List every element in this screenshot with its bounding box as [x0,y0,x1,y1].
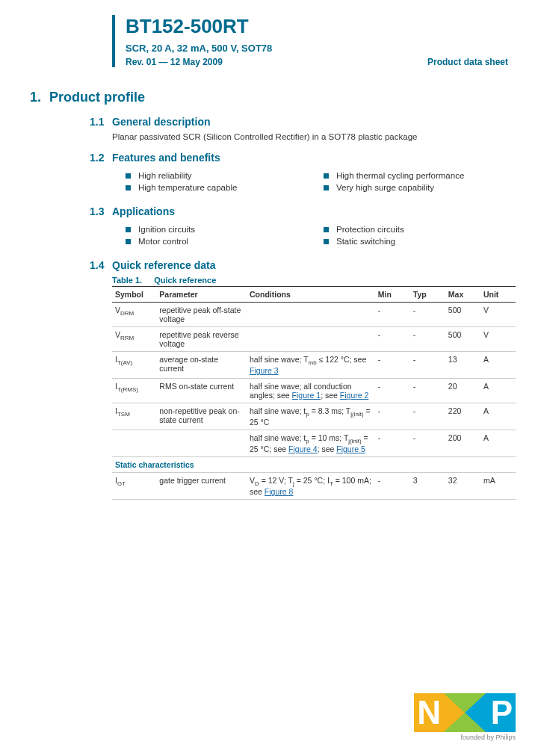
table-row: IT(RMS) RMS on-state current half sine w… [112,379,516,403]
list-item: Ignition circuits [112,225,310,234]
list-item: Motor control [112,237,310,246]
table-caption: Table 1.Quick reference [112,276,508,285]
table-row: VRRM repetitive peak reverse voltage - -… [112,327,516,352]
bullet-square-icon [126,227,131,232]
quick-reference-table: Symbol Parameter Conditions Min Typ Max … [112,286,516,500]
revision-date: Rev. 01 — 12 May 2009 [126,57,223,67]
list-item: Very high surge capability [310,183,508,192]
bullet-square-icon [324,227,329,232]
bullet-square-icon [126,173,131,179]
figure-2-link[interactable]: Figure 2 [340,391,369,400]
bullet-square-icon [126,239,131,244]
bullet-square-icon [324,239,329,244]
logo-x-icon [444,693,486,732]
list-item: High reliability [112,171,310,180]
part-number: BT152-500RT [126,15,508,38]
section-1-4-heading: 1.4Quick reference data [90,259,508,271]
bullet-square-icon [324,173,329,179]
logo-p-icon: P [486,693,516,732]
list-item: High temperature capable [112,183,310,192]
section-1-heading: 1.Product profile [30,90,508,105]
sheet-type: Product data sheet [427,57,508,67]
logo-tagline: founded by Philips [414,734,516,741]
figure-1-link[interactable]: Figure 1 [292,391,321,400]
list-item: High thermal cycling performance [310,171,508,180]
table-section-row: Static characteristics [112,457,516,473]
figure-4-link[interactable]: Figure 4 [288,444,318,453]
list-item: Static switching [310,237,508,246]
figure-8-link[interactable]: Figure 8 [265,487,294,496]
figure-5-link[interactable]: Figure 5 [336,444,365,453]
nxp-logo: N P founded by Philips [414,693,516,741]
section-1-1-heading: 1.1General description [90,116,508,128]
table-row: IT(AV) average on-state current half sin… [112,352,516,379]
figure-3-link[interactable]: Figure 3 [250,366,279,375]
table-row: half sine wave; tp = 10 ms; Tj(init) = 2… [112,430,516,457]
table-row: VDRM repetitive peak off-state voltage -… [112,303,516,327]
applications-list: Ignition circuits Motor control Protecti… [112,222,508,249]
section-1-3-heading: 1.3Applications [90,205,508,217]
features-list: High reliability High temperature capabl… [112,168,508,195]
bullet-square-icon [324,185,329,190]
subtitle: SCR, 20 A, 32 mA, 500 V, SOT78 [126,43,508,54]
table-row: IGT gate trigger current VD = 12 V; Tj =… [112,473,516,500]
table-row: ITSM non-repetitive peak on-state curren… [112,403,516,430]
bullet-square-icon [126,185,131,190]
list-item: Protection circuits [310,225,508,234]
section-1-2-heading: 1.2Features and benefits [90,152,508,164]
document-header: BT152-500RT SCR, 20 A, 32 mA, 500 V, SOT… [112,15,508,67]
general-description-text: Planar passivated SCR (Silicon Controlle… [112,132,508,141]
logo-n-icon: N [414,693,444,732]
table-header-row: Symbol Parameter Conditions Min Typ Max … [112,287,516,303]
